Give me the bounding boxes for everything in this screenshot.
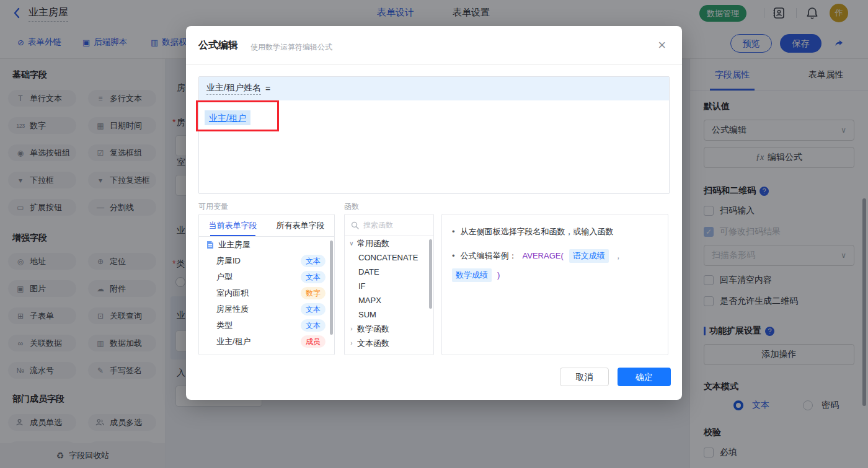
function-group-common[interactable]: ∨常用函数 — [345, 236, 433, 250]
type-tag: 文本 — [301, 271, 326, 283]
type-tag: 文本 — [301, 255, 326, 267]
example-function-close: ) — [497, 269, 500, 281]
tip-line-2: • 公式编辑举例： AVERAGE( 语文成绩 ， 数学成绩 ) — [442, 249, 668, 282]
variable-item[interactable]: 业主/租户成员 — [199, 333, 334, 350]
function-search-input[interactable]: 搜索函数 — [345, 214, 433, 236]
function-item[interactable]: IF — [345, 279, 433, 293]
type-tag: 文本 — [301, 303, 326, 316]
chevron-right-icon: › — [348, 325, 355, 332]
form-doc-icon — [206, 241, 214, 249]
confirm-button[interactable]: 确定 — [618, 368, 671, 386]
tips-panel: • 从左侧面板选择字段名和函数，或输入函数 • 公式编辑举例： AVERAGE(… — [441, 214, 668, 355]
variables-root-node[interactable]: 业主房屋 — [199, 237, 334, 253]
function-item[interactable]: CONCATENATE — [345, 250, 433, 265]
chevron-right-icon: › — [348, 340, 355, 347]
variables-tabs: 当前表单字段 所有表单字段 — [199, 214, 334, 237]
example-function-open: AVERAGE( — [523, 250, 564, 262]
search-placeholder: 搜索函数 — [363, 220, 393, 231]
cancel-button[interactable]: 取消 — [560, 368, 609, 386]
bullet: • — [452, 250, 455, 262]
function-group-text[interactable]: ›文本函数 — [345, 336, 433, 350]
search-icon — [351, 221, 359, 229]
function-item[interactable]: SUM — [345, 307, 433, 322]
tab-all-form-fields[interactable]: 所有表单字段 — [267, 214, 334, 236]
tab-current-form-fields[interactable]: 当前表单字段 — [199, 214, 267, 236]
variable-item[interactable]: 室内面积数字 — [199, 285, 334, 301]
formula-editor[interactable]: 业主/租户姓名 = — [198, 76, 670, 194]
example-field-chip: 语文成绩 — [569, 249, 609, 263]
formula-target-bar: 业主/租户姓名 = — [199, 77, 669, 100]
dialog-header: 公式编辑 使用数学运算符编辑公式 × — [186, 26, 682, 65]
tip-line-1: • 从左侧面板选择字段名和函数，或输入函数 — [442, 226, 668, 238]
function-item[interactable]: DATE — [345, 265, 433, 279]
type-tag: 成员 — [301, 335, 326, 348]
type-tag: 数字 — [301, 287, 326, 299]
chevron-down-icon: ∨ — [348, 240, 355, 247]
functions-label: 函数 — [344, 201, 359, 212]
app-root: 业主房屋 表单设计 表单设置 数据管理 作 ⊘ 表单外链 ▣ 后端脚本 ▥ 数据… — [0, 0, 868, 468]
variables-scrollbar[interactable] — [330, 241, 333, 335]
formula-target-field: 业主/租户姓名 — [206, 82, 261, 95]
function-group-math[interactable]: ›数学函数 — [345, 322, 433, 336]
variable-item[interactable]: 房屋ID文本 — [199, 253, 334, 269]
example-comma: ， — [614, 250, 622, 262]
annotation-red-rectangle — [196, 100, 279, 131]
close-icon[interactable]: × — [658, 37, 666, 54]
dialog-subtitle: 使用数学运算符编辑公式 — [250, 42, 332, 53]
bullet: • — [452, 226, 455, 238]
function-item[interactable]: MAPX — [345, 293, 433, 307]
variable-item[interactable]: 类型文本 — [199, 317, 334, 333]
type-tag: 文本 — [301, 319, 326, 332]
variable-item[interactable]: 户型文本 — [199, 269, 334, 285]
functions-scrollbar[interactable] — [429, 239, 432, 309]
functions-panel: 搜索函数 ∨常用函数 CONCATENATE DATE IF MAPX SUM … — [344, 214, 434, 355]
equals-sign: = — [265, 84, 270, 94]
example-field-chip: 数学成绩 — [452, 268, 492, 282]
dialog-title: 公式编辑 — [198, 39, 238, 52]
variables-panel: 当前表单字段 所有表单字段 业主房屋 房屋ID文本 户型文本 室内面积数字 房屋… — [198, 214, 335, 355]
formula-edit-dialog: 公式编辑 使用数学运算符编辑公式 × 业主/租户姓名 = 业主/租户 可用变量 … — [186, 26, 682, 400]
variables-label: 可用变量 — [198, 201, 228, 212]
variable-item[interactable]: 房屋性质文本 — [199, 301, 334, 317]
